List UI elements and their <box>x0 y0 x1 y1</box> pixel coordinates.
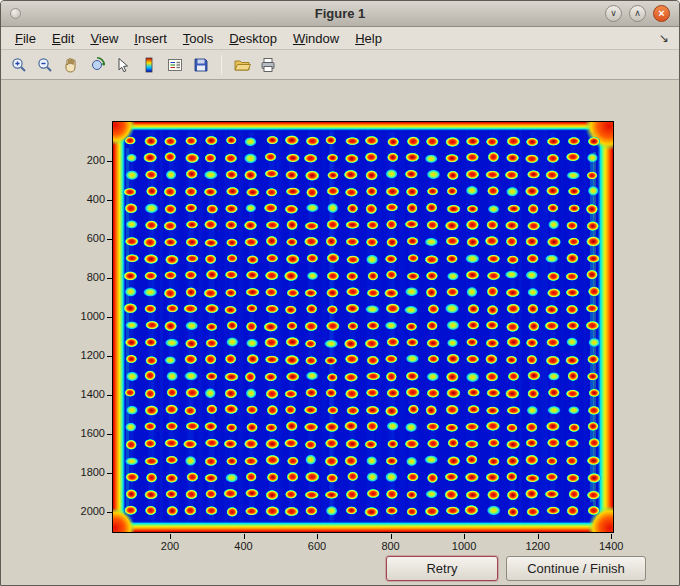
y-axis-tickmark <box>107 200 112 201</box>
y-axis-tickmark <box>107 278 112 279</box>
x-axis-tickmark <box>391 534 392 539</box>
maximize-button[interactable]: ∧ <box>629 5 646 22</box>
x-axis-tickmark <box>317 534 318 539</box>
rotate-3d-icon <box>88 56 106 74</box>
continue-finish-button[interactable]: Continue / Finish <box>506 556 646 581</box>
menu-edit[interactable]: Edit <box>44 29 82 48</box>
menu-desktop[interactable]: Desktop <box>221 29 285 48</box>
figure-content: Retry Continue / Finish 2004006008001000… <box>1 80 679 585</box>
menu-view[interactable]: View <box>82 29 126 48</box>
rotate-3d-button[interactable] <box>85 53 109 77</box>
x-axis-tick-label: 1200 <box>516 540 560 553</box>
figure-toolbar <box>1 50 679 80</box>
insert-colorbar-button[interactable] <box>137 53 161 77</box>
y-axis-tickmark <box>107 161 112 162</box>
y-axis-tick-label: 1000 <box>61 310 105 323</box>
window-title: Figure 1 <box>1 6 679 21</box>
titlebar[interactable]: Figure 1 ∨ ∧ × <box>1 1 679 27</box>
y-axis-tickmark <box>107 317 112 318</box>
x-axis-tickmark <box>244 534 245 539</box>
zoom-in-button[interactable] <box>7 53 31 77</box>
menubar-items: FileEditViewInsertToolsDesktopWindowHelp <box>7 29 390 48</box>
x-axis-tick-label: 400 <box>222 540 266 553</box>
colorbar-icon <box>140 56 158 74</box>
y-axis-tick-label: 200 <box>61 154 105 167</box>
pan-button[interactable] <box>59 53 83 77</box>
y-axis-tick-label: 1400 <box>61 388 105 401</box>
floppy-disk-icon <box>192 56 210 74</box>
dock-figure-icon[interactable]: ↘ <box>659 31 673 45</box>
shade-button[interactable]: ∨ <box>605 5 622 22</box>
save-figure-button[interactable] <box>189 53 213 77</box>
figure-window: Figure 1 ∨ ∧ × FileEditViewInsertToolsDe… <box>0 0 680 586</box>
print-button[interactable] <box>256 53 280 77</box>
x-axis-tick-label: 600 <box>295 540 339 553</box>
x-axis-tickmark <box>464 534 465 539</box>
y-axis-tick-label: 1800 <box>61 466 105 479</box>
x-axis-tick-label: 1000 <box>442 540 486 553</box>
zoom-out-icon <box>36 56 54 74</box>
menubar: FileEditViewInsertToolsDesktopWindowHelp… <box>1 27 679 50</box>
x-axis-tick-label: 800 <box>369 540 413 553</box>
open-folder-icon <box>233 56 251 74</box>
y-axis-tickmark <box>107 512 112 513</box>
plot-axes[interactable] <box>112 121 614 533</box>
menu-window[interactable]: Window <box>285 29 347 48</box>
data-cursor-button[interactable] <box>111 53 135 77</box>
y-axis-tick-label: 400 <box>61 193 105 206</box>
y-axis-tick-label: 600 <box>61 232 105 245</box>
y-axis-tick-label: 2000 <box>61 505 105 518</box>
x-axis-tick-label: 200 <box>148 540 192 553</box>
window-menu-icon[interactable] <box>10 8 21 19</box>
zoom-in-icon <box>10 56 28 74</box>
window-controls: ∨ ∧ × <box>605 5 679 22</box>
menu-insert[interactable]: Insert <box>126 29 175 48</box>
plate-image[interactable] <box>113 122 613 532</box>
data-cursor-icon <box>114 56 132 74</box>
x-axis-tick-label: 1400 <box>589 540 633 553</box>
y-axis-tickmark <box>107 239 112 240</box>
y-axis-tickmark <box>107 473 112 474</box>
close-button[interactable]: × <box>653 5 670 22</box>
menu-tools[interactable]: Tools <box>175 29 221 48</box>
y-axis-tickmark <box>107 434 112 435</box>
y-axis-tick-label: 1200 <box>61 349 105 362</box>
pan-hand-icon <box>62 56 80 74</box>
y-axis-tickmark <box>107 356 112 357</box>
x-axis-tickmark <box>538 534 539 539</box>
toolbar-separator <box>221 55 222 75</box>
printer-icon <box>259 56 277 74</box>
open-file-button[interactable] <box>230 53 254 77</box>
retry-button[interactable]: Retry <box>386 556 498 581</box>
y-axis-tick-label: 1600 <box>61 427 105 440</box>
x-axis-tickmark <box>170 534 171 539</box>
y-axis-tickmark <box>107 395 112 396</box>
insert-legend-button[interactable] <box>163 53 187 77</box>
menu-file[interactable]: File <box>7 29 44 48</box>
zoom-out-button[interactable] <box>33 53 57 77</box>
menu-help[interactable]: Help <box>347 29 390 48</box>
x-axis-tickmark <box>611 534 612 539</box>
y-axis-tick-label: 800 <box>61 271 105 284</box>
legend-icon <box>166 56 184 74</box>
